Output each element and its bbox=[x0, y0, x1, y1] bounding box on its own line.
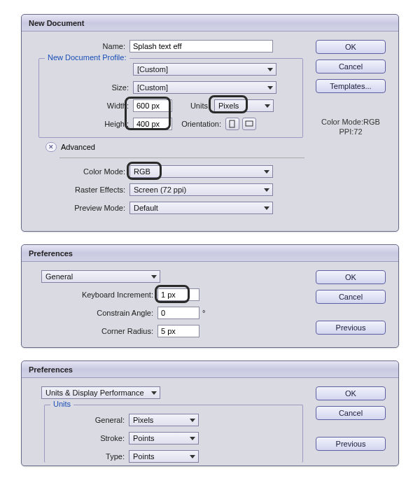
svg-rect-0 bbox=[230, 120, 234, 127]
chevron-down-icon bbox=[267, 68, 273, 71]
chevron-down-icon bbox=[264, 206, 270, 210]
chevron-down-icon bbox=[264, 188, 270, 192]
orientation-landscape-icon[interactable] bbox=[242, 118, 256, 130]
preferences-units-dialog: Preferences Units & Display Performance … bbox=[21, 360, 399, 466]
color-mode-label: Color Mode: bbox=[31, 167, 130, 176]
stroke-units-value: Points bbox=[133, 434, 155, 442]
constrain-angle-label: Constrain Angle: bbox=[31, 309, 158, 317]
size-select[interactable]: [Custom] bbox=[133, 81, 276, 94]
advanced-label: Advanced bbox=[61, 143, 95, 151]
chevron-down-icon bbox=[264, 170, 270, 174]
advanced-toggle[interactable]: ✕ bbox=[46, 142, 57, 152]
type-units-value: Points bbox=[133, 452, 155, 461]
info-text: Color Mode:RGB PPI:72 bbox=[316, 117, 386, 137]
name-input[interactable] bbox=[130, 40, 273, 52]
name-label: Name: bbox=[31, 42, 130, 50]
units-label: Units: bbox=[172, 102, 214, 110]
general-units-select[interactable]: Pixels bbox=[129, 414, 199, 426]
profile-select[interactable]: [Custom] bbox=[133, 63, 276, 76]
angle-unit: ° bbox=[200, 309, 205, 317]
prefs-category-select[interactable]: General bbox=[41, 270, 160, 283]
orientation-label: Orientation: bbox=[172, 120, 225, 128]
preview-label: Preview Mode: bbox=[31, 204, 130, 212]
orientation-portrait-icon[interactable] bbox=[225, 118, 239, 130]
height-input[interactable] bbox=[133, 118, 172, 130]
info-ppi: PPI:72 bbox=[316, 127, 386, 136]
separator bbox=[59, 158, 304, 158]
width-input[interactable] bbox=[133, 99, 172, 112]
corner-radius-input[interactable] bbox=[158, 325, 200, 337]
chevron-down-icon bbox=[265, 104, 270, 108]
ok-button[interactable]: OK bbox=[316, 270, 386, 284]
chevron-down-icon bbox=[190, 437, 195, 440]
previous-button[interactable]: Previous bbox=[316, 437, 386, 451]
prefs-category-value: Units & Display Performance bbox=[46, 388, 144, 397]
height-label: Height: bbox=[46, 120, 133, 128]
dialog-title: Preferences bbox=[22, 245, 398, 262]
general-units-label: General: bbox=[52, 416, 129, 424]
raster-value: Screen (72 ppi) bbox=[134, 186, 186, 194]
width-label: Width: bbox=[46, 102, 133, 110]
chevron-down-icon bbox=[151, 391, 157, 395]
type-units-label: Type: bbox=[52, 452, 129, 461]
color-mode-select[interactable]: RGB bbox=[130, 165, 273, 178]
units-select[interactable]: Pixels bbox=[214, 99, 274, 112]
prefs-category-value: General bbox=[46, 272, 73, 281]
type-units-select[interactable]: Points bbox=[129, 450, 199, 463]
svg-rect-1 bbox=[246, 121, 253, 126]
size-label: Size: bbox=[46, 83, 133, 92]
profile-value: [Custom] bbox=[137, 65, 168, 74]
preview-mode-select[interactable]: Default bbox=[130, 202, 273, 214]
ok-button[interactable]: OK bbox=[316, 386, 386, 400]
chevron-down-icon bbox=[190, 419, 195, 422]
prefs-category-select[interactable]: Units & Display Performance bbox=[41, 386, 160, 399]
raster-select[interactable]: Screen (72 ppi) bbox=[130, 183, 273, 196]
general-units-value: Pixels bbox=[133, 416, 153, 424]
info-color-mode: Color Mode:RGB bbox=[316, 117, 386, 127]
chevron-down-icon bbox=[267, 86, 273, 90]
cancel-button[interactable]: Cancel bbox=[316, 59, 386, 74]
preferences-general-dialog: Preferences General Keyboard Increment: … bbox=[21, 244, 399, 348]
preview-value: Default bbox=[134, 204, 158, 212]
kbd-increment-label: Keyboard Increment: bbox=[31, 290, 158, 299]
previous-button[interactable]: Previous bbox=[316, 321, 386, 335]
templates-button[interactable]: Templates... bbox=[316, 79, 386, 93]
stroke-units-select[interactable]: Points bbox=[129, 432, 199, 444]
units-group-label: Units bbox=[50, 400, 74, 408]
dialog-title: Preferences bbox=[22, 361, 398, 378]
kbd-increment-input[interactable] bbox=[158, 288, 200, 301]
chevron-down-icon bbox=[151, 275, 157, 279]
raster-label: Raster Effects: bbox=[31, 186, 130, 194]
dialog-title: New Document bbox=[22, 15, 398, 31]
color-mode-value: RGB bbox=[134, 167, 150, 176]
units-value: Pixels bbox=[218, 102, 239, 110]
corner-radius-label: Corner Radius: bbox=[31, 327, 158, 335]
constrain-angle-input[interactable] bbox=[158, 307, 200, 319]
ok-button[interactable]: OK bbox=[316, 40, 386, 54]
profile-label: New Document Profile: bbox=[45, 53, 130, 62]
chevron-down-icon bbox=[190, 455, 195, 458]
cancel-button[interactable]: Cancel bbox=[316, 406, 386, 420]
cancel-button[interactable]: Cancel bbox=[316, 290, 386, 304]
size-value: [Custom] bbox=[137, 83, 168, 92]
stroke-units-label: Stroke: bbox=[52, 434, 129, 442]
new-document-dialog: New Document Name: New Document Profile:… bbox=[21, 14, 399, 232]
